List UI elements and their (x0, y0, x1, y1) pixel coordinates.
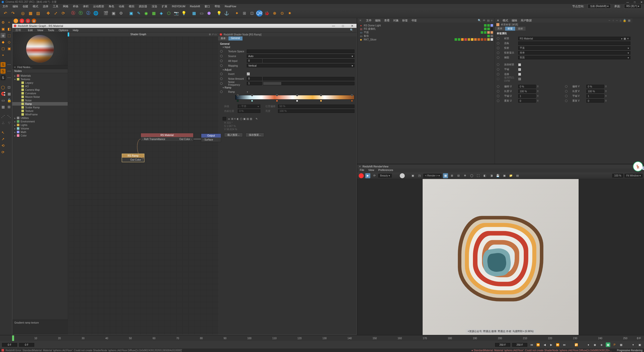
tl-dd-icon[interactable]: ▾ (631, 342, 635, 347)
s3-icon[interactable]: S (1, 75, 6, 80)
cube-tool-icon[interactable]: ▣ (1, 26, 6, 31)
bug-icon[interactable]: 🐞 (264, 10, 270, 17)
menu-item[interactable]: 动画 (119, 5, 124, 8)
poly-mode-icon[interactable]: ▢ (1, 46, 6, 51)
attr-input[interactable]: 1 (518, 94, 536, 98)
loop-icon[interactable]: 🔁 (574, 342, 579, 347)
tree-item[interactable]: Noise (12, 99, 68, 102)
axis-icon[interactable]: ⌖ (1, 53, 6, 58)
check2-icon[interactable]: ⊞ (7, 104, 12, 109)
menu-item[interactable]: 工具 (53, 5, 58, 8)
render-settings-icon[interactable]: ⚙ (118, 10, 124, 17)
tree-item[interactable]: Maxon Noise (12, 95, 68, 99)
tree-item[interactable]: Curvature (12, 92, 68, 95)
shader-graph-canvas[interactable]: Shader Graph⊕ ↗ ▭ RS Material ◦ Refr Tra… (68, 32, 218, 335)
key-icon[interactable]: ◈ (599, 342, 604, 347)
world-icon[interactable]: 🌐 (93, 10, 99, 17)
menu-item[interactable]: 窗口 (205, 5, 210, 8)
rv-denoise-icon[interactable]: ◯ (469, 173, 474, 178)
shader-window-titlebar[interactable]: Redshift Shader Graph - RS Material — □ … (12, 24, 356, 28)
panel-close-icon[interactable]: ✕ (497, 19, 499, 22)
find-nodes-input[interactable]: ✕Find Nodes... (12, 65, 68, 69)
tl-rec-icon[interactable]: ▣ (637, 342, 642, 347)
nav-home-icon[interactable]: ⌂ (620, 19, 621, 22)
misc4-icon[interactable]: ∵ (7, 120, 12, 125)
picker-icon[interactable]: ⌯ (228, 117, 230, 120)
attr-input[interactable]: 100 % (586, 90, 604, 93)
menu-item[interactable]: 模拟 (129, 5, 134, 8)
attr-checkbox[interactable] (518, 63, 521, 66)
filter-icon[interactable]: ▤ (487, 19, 490, 22)
burst-icon[interactable]: ✷ (286, 10, 293, 17)
tree-item[interactable]: ▸Materials (12, 74, 68, 77)
nav-back-icon[interactable]: ← (608, 19, 611, 22)
misc1-icon[interactable]: ⋰ (1, 114, 6, 119)
menu-icon[interactable]: ≡ (491, 19, 493, 22)
rot-icon[interactable]: ⟲ (1, 143, 6, 148)
rv-render-select[interactable]: < Render > ▾ (423, 174, 441, 178)
prop-input[interactable]: 0 (247, 77, 262, 80)
cursor2-icon[interactable]: ↗ (1, 137, 6, 142)
light-icon[interactable]: 💡 (181, 10, 187, 17)
object-row[interactable]: ▭备份 (357, 34, 495, 38)
sg-close[interactable]: ✕ (351, 24, 353, 28)
attr-select[interactable]: 平直▾ (518, 46, 630, 50)
sg-minimize[interactable]: — (332, 24, 335, 28)
rv-menu-item[interactable]: View (368, 168, 374, 172)
vp-ico1[interactable]: ● (14, 19, 18, 23)
select-lasso-icon[interactable]: ▨ (35, 10, 41, 17)
render-region-icon[interactable]: ▣ (110, 10, 117, 17)
tree-item[interactable]: ▸Utilities (12, 116, 68, 120)
rv-save-icon[interactable]: 💾 (495, 173, 500, 178)
rv-ab2-icon[interactable]: ◨ (489, 173, 494, 178)
attr-menu-item[interactable]: 用户数据 (521, 19, 532, 22)
attr-checkbox[interactable]: ✓ (518, 78, 521, 80)
rv-ipr-button[interactable]: ▶ (365, 173, 370, 178)
obj-menu-item[interactable]: 文件 (366, 19, 372, 22)
menu-item[interactable]: 角色 (109, 5, 114, 8)
subsection-adjust[interactable]: Adjust (220, 68, 354, 71)
attr-input[interactable]: 1 (586, 94, 604, 98)
nurbs-icon[interactable]: ◉ (143, 10, 149, 17)
vp-ico3[interactable]: ● (26, 19, 30, 23)
sg-menu-item[interactable]: View (37, 29, 43, 32)
wheel-icon[interactable]: ◐ (237, 117, 239, 120)
magnet-icon[interactable]: 🧲 (1, 91, 6, 96)
deformer-icon[interactable]: ◈ (158, 10, 165, 17)
menu-item[interactable]: Redshift (190, 5, 200, 8)
tree-item[interactable]: Legacy (12, 81, 68, 84)
cursor-icon[interactable]: ↖ (1, 130, 6, 135)
rv-refresh-icon[interactable]: ⟳ (372, 173, 377, 178)
menu-item[interactable]: 运动图形 (93, 5, 104, 8)
object-row[interactable]: ●RS Dome Light (357, 24, 495, 27)
menu-item[interactable]: 扩展 (162, 5, 167, 8)
sg-maximize[interactable]: □ (342, 24, 344, 28)
attr-tab-basic[interactable]: 基本 (495, 27, 505, 31)
attr-menu-item[interactable]: 编辑 (512, 19, 517, 22)
p-icon[interactable]: P (612, 342, 617, 347)
model-mode-icon[interactable]: ◈ (1, 33, 6, 38)
tree-item[interactable]: Scalar Ramp (12, 106, 68, 109)
attr-input[interactable]: 0 % (518, 85, 536, 88)
panel-close-icon[interactable]: ✕ (359, 19, 361, 22)
node-output[interactable]: Output ◦ Surface (201, 134, 221, 142)
nav-fwd-icon[interactable]: → (615, 19, 618, 22)
prop-select[interactable]: Vertical▾ (247, 64, 354, 67)
menu-item[interactable]: 模式 (33, 5, 38, 8)
generator-icon[interactable]: ▦ (150, 10, 157, 17)
rv-snapshot-icon[interactable]: ▣ (410, 173, 415, 178)
z-axis-icon[interactable]: Ⓩ (85, 10, 92, 17)
load-preset-button[interactable]: 载入预置... (224, 133, 243, 137)
interp-select[interactable]: ↕ 平滑▾ (238, 105, 260, 108)
dots3-icon[interactable]: ⋯ (7, 75, 12, 80)
s1-icon[interactable]: S (1, 62, 6, 67)
nav-lock-icon[interactable]: 🔒 (623, 19, 626, 22)
subsection-ramp[interactable]: Ramp (220, 86, 354, 89)
rv-close-icon[interactable]: ✕ (359, 165, 361, 168)
obj-menu-item[interactable]: 编辑 (375, 19, 381, 22)
box2-icon[interactable]: ▣ (243, 117, 246, 120)
menu-item[interactable]: 渲染 (152, 5, 157, 8)
nav-up-icon[interactable]: ↑ (613, 19, 614, 22)
attr-input[interactable]: 0 (518, 99, 536, 103)
rv-zoom-input[interactable]: 100 % (612, 174, 623, 178)
